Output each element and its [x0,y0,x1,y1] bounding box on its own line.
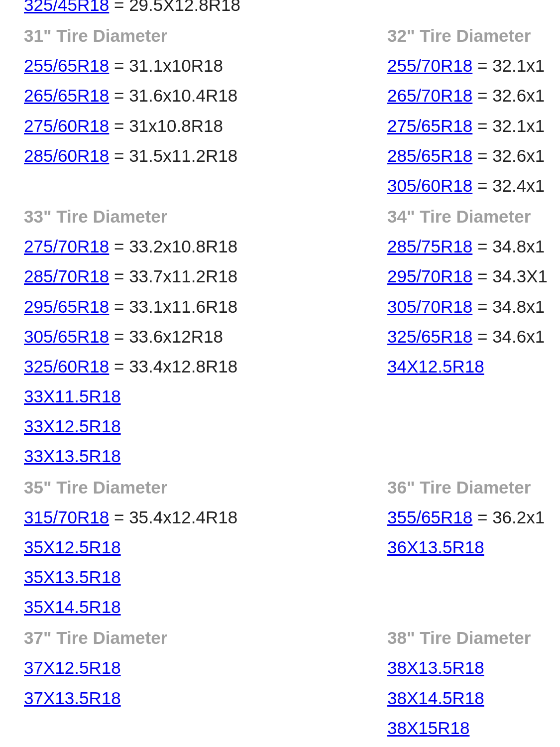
tire-row: 33X11.5R18 [24,381,387,411]
tire-size-link[interactable]: 38X15R18 [387,718,469,738]
tire-equivalent: = 31x10.8R18 [109,116,223,135]
group-heading: 32" Tire Diameter [387,26,560,46]
tire-equivalent: = 33.7x11.2R18 [109,266,237,286]
tire-row: 255/65R18 = 31.1x10R18 [24,51,387,81]
tire-equivalent: = 33.4x12.8R18 [109,357,237,376]
tire-size-link[interactable]: 33X12.5R18 [24,416,121,436]
tire-row: 35X13.5R18 [24,562,387,592]
tire-size-link[interactable]: 35X13.5R18 [24,567,121,587]
tire-row: 305/65R18 = 33.6x12R18 [24,322,387,352]
tire-group-column-right: 36" Tire Diameter355/65R18 = 36.2x136X13… [387,472,560,622]
tire-equivalent: = 34.8x1 [472,237,545,256]
tire-size-link[interactable]: 275/70R18 [24,237,109,256]
tire-group: 37" Tire Diameter37X12.5R1837X13.5R1838"… [24,622,560,747]
group-heading: 35" Tire Diameter [24,478,387,498]
tire-equivalent: = 34.6x1 [472,327,545,346]
tire-size-link[interactable]: 36X13.5R18 [387,537,484,557]
tire-group: 31" Tire Diameter255/65R18 = 31.1x10R182… [24,20,560,201]
tire-row: 305/70R18 = 34.8x1 [387,292,560,322]
tire-row: 275/60R18 = 31x10.8R18 [24,111,387,141]
tire-row: 35X12.5R18 [24,532,387,562]
tire-size-link[interactable]: 325/65R18 [387,327,472,346]
tire-group-column-right: 38" Tire Diameter38X13.5R1838X14.5R1838X… [387,622,560,747]
tire-group-column-right: 34" Tire Diameter285/75R18 = 34.8x1295/7… [387,201,560,472]
tire-row: 325/65R18 = 34.6x1 [387,322,560,352]
tire-size-link[interactable]: 34X12.5R18 [387,357,484,376]
tire-size-link[interactable]: 325/60R18 [24,357,109,376]
group-heading: 38" Tire Diameter [387,628,560,648]
tire-size-link[interactable]: 33X13.5R18 [24,446,121,466]
tire-group-column-left: 31" Tire Diameter255/65R18 = 31.1x10R182… [24,20,387,201]
tire-row: 285/60R18 = 31.5x11.2R18 [24,141,387,171]
tire-row: 295/65R18 = 33.1x11.6R18 [24,292,387,322]
tire-row: 38X15.5R18 [387,743,560,747]
tire-size-link[interactable]: 35X12.5R18 [24,537,121,557]
tire-row: 255/70R18 = 32.1x1 [387,51,560,81]
tire-size-link[interactable]: 305/70R18 [387,297,472,316]
tire-size-link[interactable]: 295/65R18 [24,297,109,316]
tire-row: 37X12.5R18 [24,653,387,683]
tire-equivalent: = 32.4x1 [472,176,545,195]
tire-row: 305/60R18 = 32.4x1 [387,171,560,201]
tire-equivalent: = 32.6x1 [472,86,545,105]
tire-size-link[interactable]: 37X12.5R18 [24,658,121,677]
tire-row: 285/65R18 = 32.6x1 [387,141,560,171]
tire-size-link[interactable]: 265/65R18 [24,86,109,105]
tire-size-link[interactable]: 295/70R18 [387,266,472,286]
tire-size-link[interactable]: 255/70R18 [387,56,472,75]
tire-row: 38X15R18 [387,713,560,743]
group-heading: 33" Tire Diameter [24,207,387,227]
tire-row: 36X13.5R18 [387,532,560,562]
tire-size-link[interactable]: 275/65R18 [387,116,472,135]
tire-size-link[interactable]: 275/60R18 [24,116,109,135]
tire-equivalent: = 33.6x12R18 [109,327,223,346]
tire-group-column-left: 37" Tire Diameter37X12.5R1837X13.5R18 [24,622,387,747]
tire-size-link[interactable]: 355/65R18 [387,507,472,527]
tire-row: 295/70R18 = 34.3X1 [387,261,560,291]
tire-equivalent: = 35.4x12.4R18 [109,507,237,527]
tire-size-link[interactable]: 33X11.5R18 [24,386,121,406]
tire-row: 325/45R18 = 29.5X12.8R18 [24,0,560,20]
tire-equivalent: = 31.5x11.2R18 [109,146,237,165]
tire-equivalent: = 32.1x1 [472,116,545,135]
tire-group-column-left: 35" Tire Diameter315/70R18 = 35.4x12.4R1… [24,472,387,622]
group-heading: 34" Tire Diameter [387,207,560,227]
tire-group: 35" Tire Diameter315/70R18 = 35.4x12.4R1… [24,472,560,622]
tire-equivalent: = 31.1x10R18 [109,56,223,75]
tire-row: 38X14.5R18 [387,683,560,713]
tire-equivalent: = 31.6x10.4R18 [109,86,237,105]
group-heading: 37" Tire Diameter [24,628,387,648]
tire-group-column-left: 33" Tire Diameter275/70R18 = 33.2x10.8R1… [24,201,387,472]
tire-row: 34X12.5R18 [387,352,560,381]
tire-size-link[interactable]: 255/65R18 [24,56,109,75]
tire-row: 38X13.5R18 [387,653,560,683]
tire-size-link[interactable]: 315/70R18 [24,507,109,527]
tire-size-link[interactable]: 325/45R18 [24,0,109,14]
tire-row: 275/70R18 = 33.2x10.8R18 [24,232,387,261]
tire-equivalent: = 34.8x1 [472,297,545,316]
tire-equivalent: = 32.1x1 [472,56,545,75]
tire-size-link[interactable]: 285/65R18 [387,146,472,165]
tire-row: 355/65R18 = 36.2x1 [387,502,560,532]
tire-size-link[interactable]: 285/75R18 [387,237,472,256]
tire-size-link[interactable]: 35X14.5R18 [24,597,121,617]
tire-size-link[interactable]: 265/70R18 [387,86,472,105]
tire-equivalent: = 32.6x1 [472,146,545,165]
tire-size-link[interactable]: 38X13.5R18 [387,658,484,677]
tire-size-link[interactable]: 305/60R18 [387,176,472,195]
tire-row: 265/65R18 = 31.6x10.4R18 [24,81,387,111]
tire-row: 35X14.5R18 [24,592,387,622]
tire-row: 315/70R18 = 35.4x12.4R18 [24,502,387,532]
tire-row: 265/70R18 = 32.6x1 [387,81,560,111]
tire-group: 33" Tire Diameter275/70R18 = 33.2x10.8R1… [24,201,560,472]
tire-row: 325/60R18 = 33.4x12.8R18 [24,352,387,381]
tire-size-link[interactable]: 285/60R18 [24,146,109,165]
tire-size-link[interactable]: 305/65R18 [24,327,109,346]
tire-equivalent: = 29.5X12.8R18 [109,0,240,14]
group-heading: 36" Tire Diameter [387,478,560,498]
tire-size-link[interactable]: 285/70R18 [24,266,109,286]
tire-size-link[interactable]: 37X13.5R18 [24,688,121,708]
tire-row: 285/75R18 = 34.8x1 [387,232,560,261]
tire-row: 275/65R18 = 32.1x1 [387,111,560,141]
tire-size-link[interactable]: 38X14.5R18 [387,688,484,708]
